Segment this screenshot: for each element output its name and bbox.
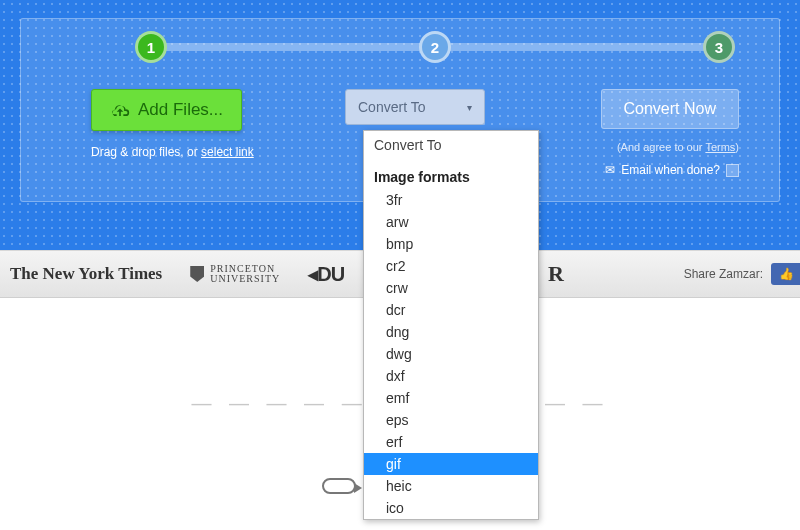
share-label: Share Zamzar: <box>684 267 763 281</box>
dropdown-group-label: Image formats <box>364 159 538 189</box>
mail-icon: ✉ <box>605 163 615 177</box>
dropdown-item-arw[interactable]: arw <box>364 211 538 233</box>
facebook-like-button[interactable]: 👍 <box>771 263 800 285</box>
nyt-logo: The New York Times <box>10 264 162 284</box>
press-fragment-left: ◂DU <box>308 262 344 286</box>
dropdown-item-bmp[interactable]: bmp <box>364 233 538 255</box>
add-files-label: Add Files... <box>138 100 223 120</box>
convert-to-select[interactable]: Convert To ▾ <box>345 89 485 125</box>
terms-text: (And agree to our Terms) <box>617 141 739 153</box>
step-3-badge: 3 <box>703 31 735 63</box>
dropdown-item-eps[interactable]: eps <box>364 409 538 431</box>
dropdown-item-dxf[interactable]: dxf <box>364 365 538 387</box>
shield-icon <box>190 266 204 282</box>
thumb-up-icon: 👍 <box>779 267 794 281</box>
pen-icon <box>322 478 356 494</box>
dropdown-item-crw[interactable]: crw <box>364 277 538 299</box>
dropdown-item-3fr[interactable]: 3fr <box>364 189 538 211</box>
email-when-done-row: ✉ Email when done? <box>605 163 739 177</box>
upload-cloud-icon <box>110 103 130 117</box>
convert-to-dropdown[interactable]: Convert To Image formats 3frarwbmpcr2crw… <box>363 130 539 520</box>
press-fragment-right: R <box>548 261 564 287</box>
email-when-done-checkbox[interactable] <box>726 164 739 177</box>
convert-to-label: Convert To <box>358 99 425 115</box>
share-section: Share Zamzar: 👍 <box>684 263 800 285</box>
add-files-hint: Drag & drop files, or select link <box>91 145 254 159</box>
princeton-logo: PRINCETON UNIVERSITY <box>190 264 280 285</box>
dropdown-item-heic[interactable]: heic <box>364 475 538 497</box>
dropdown-item-cr2[interactable]: cr2 <box>364 255 538 277</box>
step-2-badge: 2 <box>419 31 451 63</box>
chevron-down-icon: ▾ <box>467 102 472 113</box>
dropdown-item-dwg[interactable]: dwg <box>364 343 538 365</box>
dropdown-item-dcr[interactable]: dcr <box>364 299 538 321</box>
dropdown-item-gif[interactable]: gif <box>364 453 538 475</box>
step-1-badge: 1 <box>135 31 167 63</box>
add-files-button[interactable]: Add Files... <box>91 89 242 131</box>
convert-now-button[interactable]: Convert Now <box>601 89 739 129</box>
dropdown-item-ico[interactable]: ico <box>364 497 538 519</box>
email-when-done-label: Email when done? <box>621 163 720 177</box>
terms-link[interactable]: Terms <box>705 141 735 153</box>
dropdown-item-dng[interactable]: dng <box>364 321 538 343</box>
dropdown-header: Convert To <box>364 131 538 159</box>
dropdown-item-erf[interactable]: erf <box>364 431 538 453</box>
select-link[interactable]: select link <box>201 145 254 159</box>
dropdown-item-emf[interactable]: emf <box>364 387 538 409</box>
